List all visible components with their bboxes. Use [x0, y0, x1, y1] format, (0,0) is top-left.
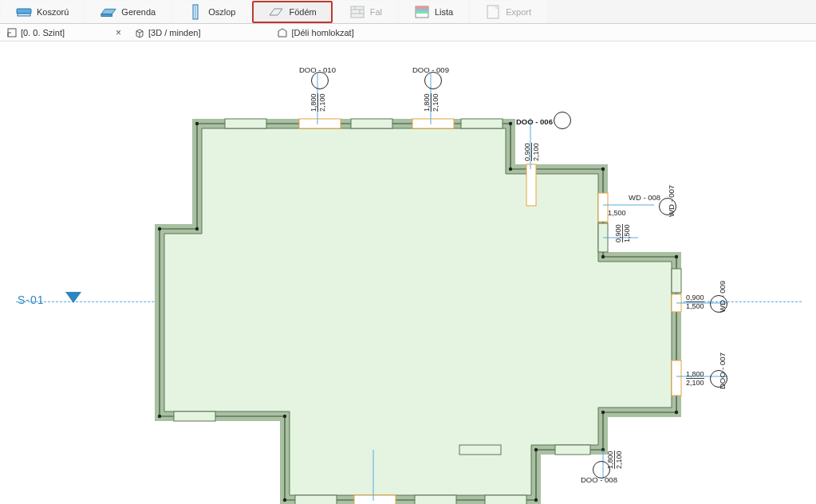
svg-point-19 [601, 167, 605, 171]
fal-button[interactable]: Fal [334, 1, 397, 23]
dimension-label: 1,8002,100 [423, 93, 440, 112]
close-icon[interactable]: × [116, 27, 121, 38]
svg-rect-48 [485, 495, 526, 504]
tag-circle-icon [554, 112, 571, 129]
dimension-label: 0,9001,500 [686, 293, 704, 310]
tag-circle-icon [659, 198, 676, 215]
fodem-button[interactable]: Födém [252, 1, 332, 23]
dimension-label: 1,8002,100 [309, 93, 326, 112]
tab-floor-plan-label: [0. 0. Szint] [21, 28, 65, 37]
fal-icon [349, 4, 365, 20]
tab-elevation-label: [Déli homlokzat] [291, 28, 353, 37]
export-icon [485, 4, 501, 20]
floor-plan-drawing [0, 41, 816, 504]
door-tag: DOO - 006 [516, 117, 553, 126]
dimension-label: 0,9001,500 [614, 224, 631, 242]
svg-rect-2 [101, 14, 112, 17]
svg-rect-34 [351, 119, 392, 128]
svg-point-20 [601, 255, 605, 258]
main-toolbar: Koszorú Gerenda Oszlop Födém Fal Lista [0, 0, 816, 24]
tag-circle-icon [424, 72, 442, 89]
svg-rect-44 [459, 445, 501, 455]
svg-point-21 [675, 255, 678, 258]
svg-rect-40 [672, 269, 681, 293]
svg-point-29 [158, 415, 161, 418]
svg-rect-1 [18, 14, 30, 16]
svg-point-31 [195, 227, 199, 230]
cube-icon [134, 27, 145, 38]
tag-circle-icon [311, 72, 329, 89]
oszlop-icon [187, 4, 203, 20]
dimension-label: 1,8002,100 [686, 370, 704, 387]
export-label: Export [506, 7, 531, 17]
fodem-icon [268, 4, 284, 20]
svg-rect-43 [555, 445, 590, 455]
svg-rect-49 [174, 411, 215, 421]
svg-point-26 [534, 498, 538, 502]
svg-rect-12 [416, 9, 428, 11]
fodem-label: Födém [289, 7, 316, 17]
tag-circle-icon [593, 461, 610, 478]
koszoru-icon [16, 4, 32, 20]
tab-elevation[interactable]: [Déli homlokzat] [270, 24, 360, 41]
drawing-canvas[interactable]: S-01 [0, 41, 816, 504]
svg-rect-42 [672, 360, 681, 396]
window-tag: WD - 008 [629, 193, 660, 202]
dimension-label: 1,500 [608, 209, 626, 217]
dimension-label: 0,9002,100 [523, 143, 540, 161]
lista-button[interactable]: Lista [399, 1, 468, 23]
elevation-icon [277, 27, 288, 38]
svg-rect-38 [598, 193, 608, 222]
svg-rect-5 [351, 6, 364, 18]
gerenda-label: Gerenda [121, 7, 156, 17]
oszlop-label: Oszlop [208, 7, 235, 17]
oszlop-button[interactable]: Oszlop [172, 1, 250, 23]
lista-icon [414, 4, 430, 20]
plan-icon [6, 27, 18, 38]
svg-rect-37 [526, 164, 536, 206]
svg-rect-35 [412, 119, 454, 128]
svg-point-25 [534, 448, 538, 451]
svg-point-28 [283, 415, 286, 418]
tab-floor-plan[interactable]: [0. 0. Szint] × [0, 24, 128, 41]
svg-rect-13 [416, 11, 428, 14]
lista-label: Lista [435, 7, 453, 17]
svg-rect-33 [299, 119, 341, 128]
koszoru-button[interactable]: Koszorú [1, 1, 84, 23]
koszoru-label: Koszorú [37, 7, 69, 17]
tag-circle-icon [710, 295, 727, 313]
tab-3d-label: [3D / minden] [148, 28, 200, 37]
svg-rect-11 [416, 6, 428, 9]
svg-point-17 [509, 122, 512, 125]
gerenda-icon [101, 4, 116, 20]
fal-label: Fal [370, 7, 382, 17]
svg-point-22 [675, 411, 678, 414]
svg-point-27 [283, 498, 286, 502]
tag-circle-icon [710, 370, 727, 388]
svg-rect-47 [415, 495, 456, 504]
export-button[interactable]: Export [470, 1, 546, 23]
tab-3d[interactable]: [3D / minden] [128, 24, 207, 41]
svg-rect-45 [295, 495, 337, 504]
svg-rect-36 [461, 119, 503, 128]
svg-point-30 [158, 227, 161, 230]
svg-rect-32 [225, 119, 266, 128]
gerenda-button[interactable]: Gerenda [85, 1, 171, 23]
svg-point-23 [601, 411, 605, 414]
svg-point-16 [195, 122, 199, 125]
svg-rect-0 [17, 9, 31, 14]
svg-rect-46 [354, 495, 396, 504]
view-tabbar: [0. 0. Szint] × [3D / minden] [Déli homl… [0, 24, 816, 41]
svg-point-18 [509, 167, 512, 171]
